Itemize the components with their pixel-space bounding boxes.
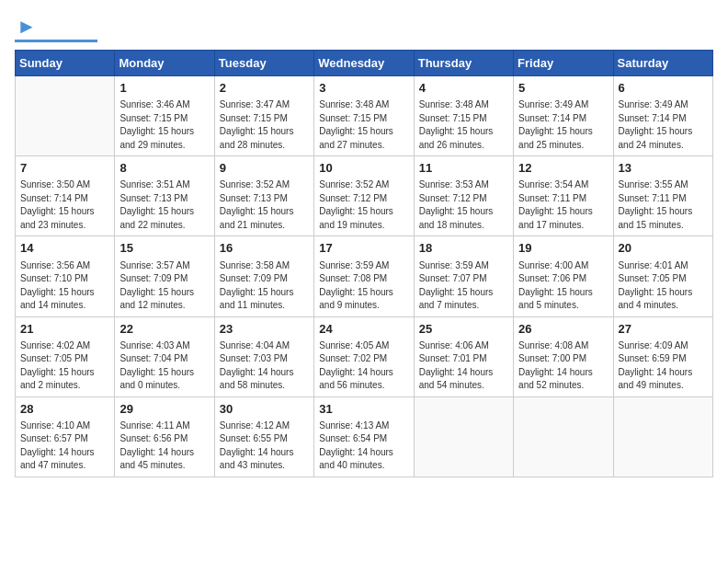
day-number: 12	[518, 160, 608, 177]
day-info: Sunrise: 3:48 AMSunset: 7:15 PMDaylight:…	[419, 98, 508, 152]
day-number: 7	[20, 160, 109, 177]
day-number: 24	[319, 321, 408, 338]
calendar-cell: 8Sunrise: 3:51 AMSunset: 7:13 PMDaylight…	[115, 156, 214, 236]
day-info: Sunrise: 4:13 AMSunset: 6:54 PMDaylight:…	[319, 419, 408, 473]
weekday-header-friday: Friday	[514, 51, 613, 76]
calendar-cell: 20Sunrise: 4:01 AMSunset: 7:05 PMDayligh…	[613, 236, 712, 316]
day-info: Sunrise: 3:57 AMSunset: 7:09 PMDaylight:…	[119, 259, 209, 313]
logo: ►	[15, 15, 97, 42]
calendar-cell: 24Sunrise: 4:05 AMSunset: 7:02 PMDayligh…	[314, 316, 414, 396]
calendar-cell: 3Sunrise: 3:48 AMSunset: 7:15 PMDaylight…	[314, 76, 414, 156]
calendar-cell: 23Sunrise: 4:04 AMSunset: 7:03 PMDayligh…	[214, 316, 313, 396]
day-number: 4	[419, 80, 508, 97]
day-info: Sunrise: 3:56 AMSunset: 7:10 PMDaylight:…	[20, 259, 109, 313]
calendar-cell: 27Sunrise: 4:09 AMSunset: 6:59 PMDayligh…	[613, 316, 712, 396]
day-info: Sunrise: 4:00 AMSunset: 7:06 PMDaylight:…	[518, 259, 608, 313]
day-info: Sunrise: 4:09 AMSunset: 6:59 PMDaylight:…	[619, 339, 708, 393]
calendar-cell: 29Sunrise: 4:11 AMSunset: 6:56 PMDayligh…	[115, 396, 214, 477]
day-info: Sunrise: 3:59 AMSunset: 7:08 PMDaylight:…	[319, 259, 408, 313]
calendar-cell: 15Sunrise: 3:57 AMSunset: 7:09 PMDayligh…	[115, 236, 214, 316]
day-number: 10	[319, 160, 408, 177]
calendar-cell: 2Sunrise: 3:47 AMSunset: 7:15 PMDaylight…	[214, 76, 313, 156]
day-info: Sunrise: 3:49 AMSunset: 7:14 PMDaylight:…	[619, 98, 708, 152]
day-number: 5	[518, 80, 608, 97]
day-info: Sunrise: 3:48 AMSunset: 7:15 PMDaylight:…	[319, 98, 408, 152]
day-info: Sunrise: 4:04 AMSunset: 7:03 PMDaylight:…	[220, 339, 309, 393]
day-number: 21	[20, 321, 109, 338]
day-info: Sunrise: 4:05 AMSunset: 7:02 PMDaylight:…	[319, 339, 408, 393]
calendar-cell	[514, 396, 613, 477]
calendar-cell: 4Sunrise: 3:48 AMSunset: 7:15 PMDaylight…	[414, 76, 513, 156]
day-info: Sunrise: 3:50 AMSunset: 7:14 PMDaylight:…	[20, 178, 109, 232]
day-info: Sunrise: 4:03 AMSunset: 7:04 PMDaylight:…	[119, 339, 209, 393]
day-number: 31	[319, 401, 408, 418]
day-number: 16	[220, 240, 309, 257]
weekday-header-sunday: Sunday	[16, 51, 115, 76]
day-number: 28	[20, 401, 109, 418]
day-number: 27	[619, 321, 708, 338]
day-number: 29	[119, 401, 209, 418]
day-number: 6	[619, 80, 708, 97]
calendar-cell: 6Sunrise: 3:49 AMSunset: 7:14 PMDaylight…	[613, 76, 712, 156]
calendar-cell	[414, 396, 513, 477]
weekday-header-tuesday: Tuesday	[214, 51, 313, 76]
day-number: 3	[319, 80, 408, 97]
day-number: 2	[220, 80, 309, 97]
calendar-cell: 16Sunrise: 3:58 AMSunset: 7:09 PMDayligh…	[214, 236, 313, 316]
day-number: 9	[220, 160, 309, 177]
calendar-cell: 1Sunrise: 3:46 AMSunset: 7:15 PMDaylight…	[115, 76, 214, 156]
day-number: 23	[220, 321, 309, 338]
day-info: Sunrise: 4:11 AMSunset: 6:56 PMDaylight:…	[119, 419, 209, 473]
calendar-cell: 26Sunrise: 4:08 AMSunset: 7:00 PMDayligh…	[514, 316, 613, 396]
calendar-cell: 10Sunrise: 3:52 AMSunset: 7:12 PMDayligh…	[314, 156, 414, 236]
calendar-week-4: 21Sunrise: 4:02 AMSunset: 7:05 PMDayligh…	[16, 316, 713, 396]
day-info: Sunrise: 3:49 AMSunset: 7:14 PMDaylight:…	[518, 98, 608, 152]
day-number: 30	[220, 401, 309, 418]
day-info: Sunrise: 4:01 AMSunset: 7:05 PMDaylight:…	[619, 259, 708, 313]
day-number: 26	[518, 321, 608, 338]
weekday-header-saturday: Saturday	[613, 51, 712, 76]
day-info: Sunrise: 3:54 AMSunset: 7:11 PMDaylight:…	[518, 178, 608, 232]
weekday-header-wednesday: Wednesday	[314, 51, 414, 76]
calendar-cell: 25Sunrise: 4:06 AMSunset: 7:01 PMDayligh…	[414, 316, 513, 396]
day-info: Sunrise: 3:51 AMSunset: 7:13 PMDaylight:…	[119, 178, 209, 232]
day-info: Sunrise: 3:59 AMSunset: 7:07 PMDaylight:…	[419, 259, 508, 313]
calendar-week-5: 28Sunrise: 4:10 AMSunset: 6:57 PMDayligh…	[16, 396, 713, 477]
day-info: Sunrise: 4:12 AMSunset: 6:55 PMDaylight:…	[220, 419, 309, 473]
day-number: 13	[619, 160, 708, 177]
day-info: Sunrise: 4:02 AMSunset: 7:05 PMDaylight:…	[20, 339, 109, 393]
day-info: Sunrise: 3:46 AMSunset: 7:15 PMDaylight:…	[119, 98, 209, 152]
weekday-header-monday: Monday	[115, 51, 214, 76]
calendar-cell: 18Sunrise: 3:59 AMSunset: 7:07 PMDayligh…	[414, 236, 513, 316]
calendar-cell: 31Sunrise: 4:13 AMSunset: 6:54 PMDayligh…	[314, 396, 414, 477]
day-info: Sunrise: 4:10 AMSunset: 6:57 PMDaylight:…	[20, 419, 109, 473]
day-info: Sunrise: 4:08 AMSunset: 7:00 PMDaylight:…	[518, 339, 608, 393]
calendar-cell: 11Sunrise: 3:53 AMSunset: 7:12 PMDayligh…	[414, 156, 513, 236]
day-number: 19	[518, 240, 608, 257]
calendar-cell: 9Sunrise: 3:52 AMSunset: 7:13 PMDaylight…	[214, 156, 313, 236]
day-number: 20	[619, 240, 708, 257]
day-number: 25	[419, 321, 508, 338]
calendar-week-2: 7Sunrise: 3:50 AMSunset: 7:14 PMDaylight…	[16, 156, 713, 236]
day-info: Sunrise: 3:53 AMSunset: 7:12 PMDaylight:…	[419, 178, 508, 232]
day-number: 1	[119, 80, 209, 97]
calendar-week-3: 14Sunrise: 3:56 AMSunset: 7:10 PMDayligh…	[16, 236, 713, 316]
day-info: Sunrise: 3:52 AMSunset: 7:13 PMDaylight:…	[220, 178, 309, 232]
weekday-header-row: SundayMondayTuesdayWednesdayThursdayFrid…	[16, 51, 713, 76]
calendar-cell: 30Sunrise: 4:12 AMSunset: 6:55 PMDayligh…	[214, 396, 313, 477]
day-number: 22	[119, 321, 209, 338]
day-number: 17	[319, 240, 408, 257]
calendar-cell: 28Sunrise: 4:10 AMSunset: 6:57 PMDayligh…	[16, 396, 115, 477]
day-info: Sunrise: 4:06 AMSunset: 7:01 PMDaylight:…	[419, 339, 508, 393]
day-info: Sunrise: 3:58 AMSunset: 7:09 PMDaylight:…	[220, 259, 309, 313]
day-number: 11	[419, 160, 508, 177]
calendar-cell: 13Sunrise: 3:55 AMSunset: 7:11 PMDayligh…	[613, 156, 712, 236]
calendar-cell: 22Sunrise: 4:03 AMSunset: 7:04 PMDayligh…	[115, 316, 214, 396]
day-number: 14	[20, 240, 109, 257]
day-info: Sunrise: 3:52 AMSunset: 7:12 PMDaylight:…	[319, 178, 408, 232]
page-header: ►	[15, 15, 713, 42]
calendar-cell: 17Sunrise: 3:59 AMSunset: 7:08 PMDayligh…	[314, 236, 414, 316]
calendar-table: SundayMondayTuesdayWednesdayThursdayFrid…	[15, 50, 713, 477]
logo-arrow: ►	[17, 15, 37, 39]
weekday-header-thursday: Thursday	[414, 51, 513, 76]
